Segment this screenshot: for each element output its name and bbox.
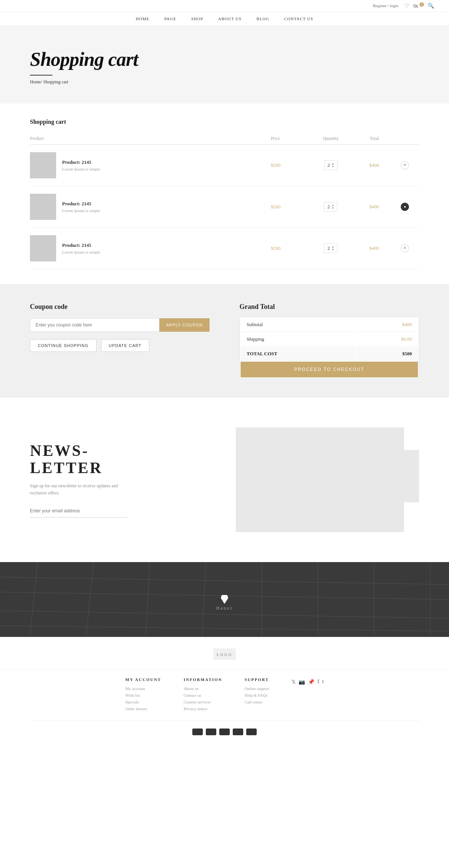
svg-text:LOGO: LOGO [217, 653, 232, 657]
register-login-link[interactable]: Register / login [373, 3, 398, 8]
shipping-label: Shipping [241, 332, 355, 346]
footer-link[interactable]: Privacy notice [184, 706, 222, 711]
product-price: $200 [271, 227, 304, 269]
footer-link[interactable]: About us [184, 686, 222, 691]
page-title: Shopping cart [30, 48, 419, 70]
col-product: Product [30, 133, 271, 145]
newsletter-title: NEWS- LETTER [30, 442, 213, 476]
checkout-button[interactable]: PROCEED TO CHECKOUT [241, 362, 418, 377]
grand-total-title: Grand Total [239, 303, 419, 311]
tumblr-icon[interactable]: t [322, 679, 324, 685]
nav-page[interactable]: PAGE [164, 16, 176, 21]
newsletter-description: Sign up for our newsletter to receive up… [30, 482, 127, 497]
apply-coupon-button[interactable]: APPLY COUPON [159, 318, 210, 332]
subtotal-value: $400 [356, 318, 418, 332]
subtotal-label: Subtotal [241, 318, 355, 332]
product-name: Product: 2145 [62, 159, 100, 165]
footer-bottom [30, 721, 419, 735]
main-content: Shopping cart Product Price Quantity Tot… [0, 104, 449, 284]
map-background: Hanoi [0, 562, 449, 637]
footer-link[interactable]: Online support [245, 686, 269, 691]
facebook-icon[interactable]: f [317, 679, 319, 685]
svg-line-2 [0, 611, 449, 618]
remove-button-dark[interactable]: ● [401, 203, 409, 211]
total-cost-row: TOTAL COST $500 [241, 347, 418, 361]
nav-blog[interactable]: BLOG [257, 16, 269, 21]
product-desc: Lorem Ipsum is simply [62, 208, 100, 213]
product-price: $200 [271, 186, 304, 227]
quantity-stepper[interactable]: 2 ▲ ▼ [324, 202, 337, 212]
breadcrumb-current: Shopping cart [42, 79, 68, 85]
coupon-input[interactable] [30, 318, 159, 332]
product-name: Product: 2145 [62, 201, 100, 207]
grand-total-section: Grand Total Subtotal $400 Shipping $0.00… [239, 303, 419, 379]
nav-contact[interactable]: CONTACT US [284, 16, 314, 21]
remove-button[interactable]: ✕ [401, 244, 409, 252]
footer-link[interactable]: My account [125, 686, 161, 691]
svg-line-0 [0, 577, 449, 585]
coupon-section: Coupon code APPLY COUPON CONTINUE SHOPPI… [0, 284, 449, 398]
footer-link[interactable]: Wish list [125, 693, 161, 697]
payment-icon-5 [246, 729, 257, 735]
product-image [30, 235, 56, 261]
newsletter-email-input[interactable] [30, 504, 127, 518]
qty-down-arrow[interactable]: ▼ [331, 248, 334, 251]
newsletter-image [236, 427, 419, 532]
svg-line-4 [30, 562, 37, 637]
pinterest-icon[interactable]: 📌 [308, 679, 314, 685]
shipping-row: Shipping $0.00 [241, 332, 418, 346]
qty-down-arrow[interactable]: ▼ [331, 165, 334, 168]
col-total: Total [358, 133, 391, 145]
footer-col-title: INFORMATION [184, 677, 222, 682]
breadcrumb: Home/ Shopping cart [30, 79, 419, 85]
continue-shopping-button[interactable]: CONTINUE SHOPPING [30, 339, 97, 352]
product-total: $400 [358, 186, 391, 227]
cart-section-title: Shopping cart [30, 119, 419, 125]
product-name: Product: 2145 [62, 242, 100, 248]
table-row: Product: 2145 Lorem Ipsum is simply $200… [30, 186, 419, 227]
total-cost-label: TOTAL COST [241, 347, 355, 361]
footer-link[interactable]: Contact us [184, 693, 222, 697]
checkout-row[interactable]: PROCEED TO CHECKOUT [241, 362, 418, 378]
footer-link[interactable]: Order history [125, 706, 161, 711]
footer-col-title: MY ACCOUNT [125, 677, 161, 682]
remove-button[interactable]: ✕ [401, 161, 409, 169]
twitter-icon[interactable]: 𝕏 [291, 679, 296, 685]
product-total: $400 [358, 144, 391, 186]
instagram-icon[interactable]: 📷 [299, 679, 305, 685]
map-section: Hanoi [0, 562, 449, 637]
search-icon[interactable]: 🔍 [428, 3, 434, 9]
total-table: Subtotal $400 Shipping $0.00 TOTAL COST … [239, 317, 419, 379]
nav-home[interactable]: HOME [136, 16, 149, 21]
top-bar: Register / login ♡ 🛍 1 🔍 [0, 0, 449, 12]
qty-down-arrow[interactable]: ▼ [331, 207, 334, 210]
coupon-title: Coupon code [30, 303, 210, 311]
quantity-stepper[interactable]: 2 ▲ ▼ [324, 160, 337, 170]
payment-icon-2 [206, 729, 216, 735]
svg-line-5 [86, 562, 94, 637]
main-nav: HOME PAGE SHOP ABOUT US BLOG CONTACT US [0, 12, 449, 26]
svg-line-7 [202, 562, 206, 637]
quantity-stepper[interactable]: 2 ▲ ▼ [324, 243, 337, 253]
wishlist-icon[interactable]: ♡ [404, 3, 409, 9]
cart-icon[interactable]: 🛍 1 [413, 2, 424, 9]
footer-col-title: SUPPORT [245, 677, 269, 682]
footer-social: 𝕏 📷 📌 f t [291, 677, 324, 685]
cart-table: Product Price Quantity Total Product: 21… [30, 133, 419, 269]
footer-link[interactable]: Help & FAQs [245, 693, 269, 697]
footer-link[interactable]: Specials [125, 700, 161, 704]
product-desc: Lorem Ipsum is simply [62, 250, 100, 254]
payment-icon-1 [192, 729, 203, 735]
table-row: Product: 2145 Lorem Ipsum is simply $200… [30, 227, 419, 269]
nav-about[interactable]: ABOUT US [218, 16, 242, 21]
product-price: $200 [271, 144, 304, 186]
footer-col-information: INFORMATION About us Contact us Custom s… [184, 677, 222, 713]
newsletter-section: NEWS- LETTER Sign up for our newsletter … [0, 398, 449, 562]
breadcrumb-home[interactable]: Home/ [30, 79, 42, 85]
footer-link[interactable]: Custom services [184, 700, 222, 704]
footer-link[interactable]: Call center [245, 700, 269, 704]
update-cart-button[interactable]: UPDATE CART [101, 339, 150, 352]
nav-shop[interactable]: SHOP [191, 16, 203, 21]
product-image [30, 194, 56, 220]
product-image [30, 152, 56, 178]
